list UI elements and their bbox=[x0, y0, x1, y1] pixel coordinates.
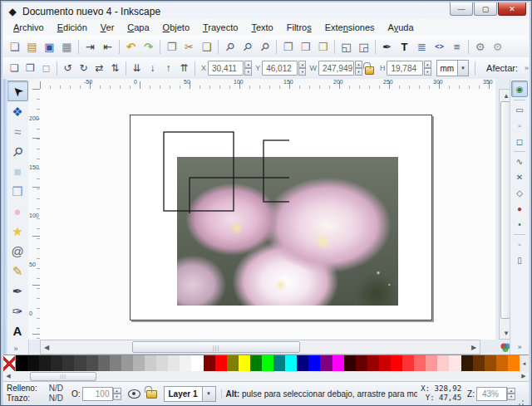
inkscape-preferences-button[interactable]: ⚙ bbox=[471, 38, 489, 56]
align-dialog-button[interactable]: ≡ bbox=[448, 38, 466, 56]
drawn-shapes-layer[interactable] bbox=[40, 89, 289, 213]
palette-swatch[interactable] bbox=[215, 355, 227, 372]
units-select[interactable]: mm bbox=[436, 60, 458, 76]
horizontal-scroll-thumb[interactable]: ||| bbox=[132, 341, 300, 353]
select-all-layers-button[interactable]: ❐ bbox=[22, 61, 38, 76]
star-tool[interactable]: ★ bbox=[7, 222, 27, 241]
import-image-button[interactable]: ⇥ bbox=[81, 38, 99, 56]
y-field[interactable]: 46,012 bbox=[262, 61, 298, 76]
palette-swatch[interactable] bbox=[191, 355, 203, 372]
layer-dropdown-icon[interactable]: ▼ bbox=[203, 386, 216, 402]
toolbox-overflow-chevron[interactable]: » bbox=[13, 345, 17, 353]
palette-swatch[interactable] bbox=[379, 355, 391, 372]
selector-tool[interactable]: ➤ bbox=[7, 81, 28, 101]
snapbar-overflow-chevron[interactable]: » bbox=[517, 343, 521, 351]
drawn-rectangle[interactable] bbox=[164, 132, 234, 211]
w-spinner[interactable]: ▲▼ bbox=[355, 61, 362, 76]
palette-swatch[interactable] bbox=[145, 355, 156, 372]
redo-button[interactable]: ↷ bbox=[140, 38, 157, 56]
palette-scroll-thumb[interactable]: ||| bbox=[30, 372, 96, 381]
palette-swatch[interactable] bbox=[402, 355, 414, 372]
rect-tool[interactable]: ■ bbox=[7, 162, 27, 181]
palette-swatch[interactable] bbox=[449, 355, 461, 372]
menu-edicion[interactable]: Edición bbox=[51, 21, 94, 34]
palette-swatch[interactable] bbox=[356, 355, 367, 372]
w-field[interactable]: 247,949 bbox=[318, 61, 354, 76]
calligraphy-tool[interactable]: ✑ bbox=[7, 301, 27, 320]
undo-button[interactable]: ↶ bbox=[122, 38, 140, 56]
palette-swatch[interactable] bbox=[180, 355, 191, 372]
menu-ver[interactable]: Ver bbox=[94, 21, 121, 34]
save-document-button[interactable]: ▣ bbox=[41, 38, 58, 56]
zoom-field[interactable]: 43% bbox=[476, 387, 507, 401]
menu-archivo[interactable]: Archivo bbox=[7, 21, 51, 34]
palette-swatch[interactable] bbox=[156, 355, 168, 372]
zoom-page-button[interactable]: ⚲ bbox=[256, 38, 273, 56]
flip-horizontal-button[interactable]: ⇄ bbox=[91, 61, 107, 76]
pen-tool[interactable]: ✒ bbox=[7, 281, 27, 301]
cut-button[interactable]: ✂ bbox=[180, 38, 198, 56]
scroll-left-icon[interactable]: ◀ bbox=[41, 344, 52, 351]
deselect-button[interactable]: ◻ bbox=[38, 61, 54, 76]
menu-ayuda[interactable]: Ayuda bbox=[382, 21, 421, 34]
zoom-drawing-button[interactable]: ⚲ bbox=[239, 38, 256, 56]
select-all-button[interactable]: ❏ bbox=[7, 61, 22, 76]
palette-swatch[interactable] bbox=[262, 355, 273, 372]
palette-swatch[interactable] bbox=[204, 355, 215, 372]
create-clone-button[interactable]: ❒ bbox=[297, 38, 314, 56]
scroll-right-icon[interactable]: ▶ bbox=[468, 344, 480, 351]
close-button[interactable]: ✕ bbox=[498, 2, 526, 16]
palette-swatch[interactable] bbox=[250, 355, 262, 372]
palette-swatch[interactable] bbox=[98, 355, 110, 372]
palette-scroll-right-icon[interactable]: ▶ bbox=[519, 373, 529, 379]
menu-objeto[interactable]: Objeto bbox=[156, 21, 196, 34]
lower-button[interactable]: ↓ bbox=[145, 61, 160, 76]
layer-lock-icon[interactable] bbox=[146, 390, 157, 399]
palette-swatch[interactable] bbox=[74, 355, 86, 372]
ungroup-selection-button[interactable]: ◲ bbox=[355, 38, 372, 56]
canvas[interactable] bbox=[40, 89, 495, 340]
toolbar-overflow-chevron[interactable]: » bbox=[525, 64, 529, 72]
x-field[interactable]: 30,411 bbox=[208, 61, 244, 76]
layers-dialog-button[interactable]: ≣ bbox=[413, 38, 431, 56]
snap-bbox-edges-button[interactable]: ▫ bbox=[512, 118, 527, 133]
snap-cusp-nodes-button[interactable]: ◇ bbox=[512, 185, 527, 200]
zoom-selection-button[interactable]: ⚲ bbox=[221, 38, 239, 56]
palette-swatch[interactable] bbox=[320, 355, 332, 372]
palette-swatch[interactable] bbox=[297, 355, 308, 372]
new-document-button[interactable]: ❏ bbox=[6, 38, 23, 56]
horizontal-scrollbar[interactable]: ◀ ||| ▶ bbox=[40, 340, 480, 355]
menu-filtros[interactable]: Filtros bbox=[280, 21, 318, 34]
titlebar[interactable]: ◆ Documento nuevo 4 - Inkscape — ▢ ✕ bbox=[3, 3, 529, 19]
palette-swatch[interactable] bbox=[16, 355, 27, 372]
palette-swatch[interactable] bbox=[332, 355, 344, 372]
drawn-rectangle[interactable] bbox=[264, 140, 289, 202]
node-tool[interactable]: ❖ bbox=[7, 102, 27, 121]
menu-trayecto[interactable]: Trayecto bbox=[196, 21, 244, 34]
document-properties-button[interactable]: ⚙ bbox=[489, 38, 506, 56]
ellipse-tool[interactable]: ● bbox=[7, 202, 27, 221]
snap-enable-button[interactable]: ◉ bbox=[511, 81, 528, 97]
spiral-tool[interactable]: @ bbox=[7, 242, 27, 261]
palette-swatch[interactable] bbox=[227, 355, 239, 372]
palette-swatch[interactable] bbox=[168, 355, 180, 372]
x-spinner[interactable]: ▲▼ bbox=[244, 61, 252, 76]
zoom-spinner[interactable]: ▲▼ bbox=[507, 388, 515, 400]
palette-swatch[interactable] bbox=[426, 355, 437, 372]
maximize-button[interactable]: ▢ bbox=[474, 2, 497, 16]
palette-overflow-arrow-icon[interactable]: ◂ bbox=[520, 355, 529, 372]
palette-swatch[interactable] bbox=[239, 355, 250, 372]
palette-swatch[interactable] bbox=[437, 355, 449, 372]
palette-swatch[interactable] bbox=[391, 355, 402, 372]
group-selection-button[interactable]: ◱ bbox=[337, 38, 355, 56]
layer-select[interactable]: Layer 1 bbox=[164, 386, 203, 402]
duplicate-button[interactable]: ❐ bbox=[279, 38, 297, 56]
palette-swatch[interactable] bbox=[367, 355, 379, 372]
palette-swatch[interactable] bbox=[473, 355, 485, 372]
layer-visibility-eye-icon[interactable] bbox=[128, 389, 140, 399]
palette-swatch[interactable] bbox=[344, 355, 356, 372]
units-dropdown-icon[interactable]: ▼ bbox=[458, 60, 469, 76]
export-image-button[interactable]: ⇤ bbox=[99, 38, 116, 56]
menu-capa[interactable]: Capa bbox=[121, 21, 155, 34]
opacity-spinner[interactable]: ▲▼ bbox=[113, 388, 121, 400]
